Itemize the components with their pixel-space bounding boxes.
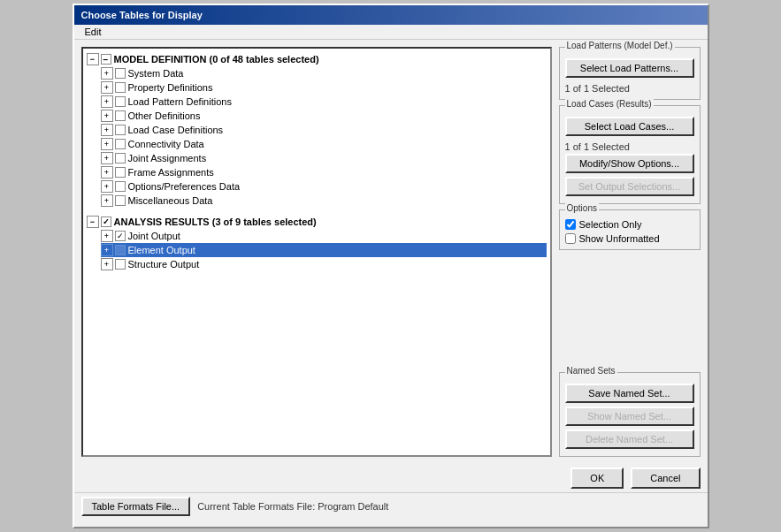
cb-connectivity[interactable] xyxy=(115,139,126,149)
load-patterns-status: 1 of 1 Selected xyxy=(565,81,694,95)
cb-joint-output[interactable] xyxy=(115,231,126,241)
dialog: Choose Tables for Display Edit − MODEL D… xyxy=(73,4,709,528)
named-sets-group: Named Sets Save Named Set... Show Named … xyxy=(559,372,701,457)
load-cases-title: Load Cases (Results) xyxy=(565,99,654,109)
cb-analysis[interactable] xyxy=(101,217,111,227)
label-property: Property Definitions xyxy=(128,82,213,93)
tree-item-system[interactable]: + System Data xyxy=(101,66,547,80)
tree-item-structure-output[interactable]: + Structure Output xyxy=(101,257,547,271)
expander-connectivity[interactable]: + xyxy=(101,138,113,150)
dialog-title: Choose Tables for Display xyxy=(81,10,203,20)
tree-item-connectivity[interactable]: + Connectivity Data xyxy=(101,137,547,151)
label-analysis: ANALYSIS RESULTS (3 of 9 tables selected… xyxy=(114,217,317,227)
tree-item-joint-output[interactable]: + Joint Output xyxy=(101,229,547,243)
select-load-patterns-button[interactable]: Select Load Patterns... xyxy=(565,58,694,78)
label-element-output: Element Output xyxy=(128,245,195,255)
cb-loadpattern[interactable] xyxy=(115,96,126,107)
ok-button[interactable]: OK xyxy=(570,467,624,489)
cb-property[interactable] xyxy=(115,82,126,93)
tree-item-options[interactable]: + Options/Preferences Data xyxy=(101,179,547,194)
cb-system[interactable] xyxy=(115,68,126,79)
expander-misc[interactable]: + xyxy=(101,194,113,207)
main-content: − MODEL DEFINITION (0 of 48 tables selec… xyxy=(74,40,708,464)
named-sets-title: Named Sets xyxy=(565,366,617,376)
current-formats-label: Current Table Formats File: Program Defa… xyxy=(197,501,388,512)
label-joint-output: Joint Output xyxy=(128,231,180,241)
delete-named-set-button[interactable]: Delete Named Set... xyxy=(565,429,694,449)
tree-root-analysis[interactable]: − ANALYSIS RESULTS (3 of 9 tables select… xyxy=(87,215,547,229)
expander-element-output[interactable]: + xyxy=(101,244,113,256)
tree-panel[interactable]: − MODEL DEFINITION (0 of 48 tables selec… xyxy=(81,47,552,457)
load-patterns-group: Load Patterns (Model Def.) Select Load P… xyxy=(559,47,701,100)
selection-only-label: Selection Only xyxy=(579,219,642,230)
model-children: + System Data + Property Definitions + L… xyxy=(101,66,547,208)
expander-joint[interactable]: + xyxy=(101,152,113,164)
cb-options-tree[interactable] xyxy=(115,181,126,192)
tree-item-element-output[interactable]: + Element Output xyxy=(101,243,547,257)
load-cases-group: Load Cases (Results) Select Load Cases..… xyxy=(559,105,701,204)
tree-item-frame[interactable]: + Frame Assignments xyxy=(101,165,547,179)
label-loadcase: Load Case Definitions xyxy=(128,125,224,135)
show-unformatted-checkbox[interactable] xyxy=(565,233,576,244)
cb-frame[interactable] xyxy=(115,167,126,178)
options-title: Options xyxy=(565,203,599,213)
expander-joint-output[interactable]: + xyxy=(101,230,113,242)
label-structure-output: Structure Output xyxy=(128,259,200,270)
menu-edit[interactable]: Edit xyxy=(81,25,105,39)
label-model: MODEL DEFINITION (0 of 48 tables selecte… xyxy=(114,54,319,65)
cb-joint[interactable] xyxy=(115,153,126,163)
label-joint: Joint Assignments xyxy=(128,153,207,163)
label-other: Other Definitions xyxy=(128,110,201,121)
tree-item-misc[interactable]: + Miscellaneous Data xyxy=(101,194,547,208)
expander-loadpattern[interactable]: + xyxy=(101,95,113,108)
options-group: Options Selection Only Show Unformatted xyxy=(559,209,701,250)
modify-show-options-button[interactable]: Modify/Show Options... xyxy=(565,154,694,173)
cb-element-output[interactable] xyxy=(115,245,126,255)
expander-loadcase[interactable]: + xyxy=(101,124,113,136)
load-patterns-title: Load Patterns (Model Def.) xyxy=(565,41,675,50)
show-unformatted-label: Show Unformatted xyxy=(579,233,660,244)
expander-other[interactable]: + xyxy=(101,110,113,122)
tree-item-joint[interactable]: + Joint Assignments xyxy=(101,151,547,165)
label-connectivity: Connectivity Data xyxy=(128,139,204,149)
cancel-button[interactable]: Cancel xyxy=(631,467,700,489)
load-cases-status: 1 of 1 Selected xyxy=(565,140,694,154)
tree-root-model[interactable]: − MODEL DEFINITION (0 of 48 tables selec… xyxy=(87,52,547,66)
cb-model[interactable] xyxy=(101,54,111,65)
expander-structure-output[interactable]: + xyxy=(101,258,113,270)
expander-analysis[interactable]: − xyxy=(87,216,99,228)
expander-property[interactable]: + xyxy=(101,81,113,94)
table-formats-button[interactable]: Table Formats File... xyxy=(81,497,191,516)
cb-loadcase[interactable] xyxy=(115,125,126,135)
set-output-selections-button[interactable]: Set Output Selections... xyxy=(565,177,694,196)
tree-item-loadpattern[interactable]: + Load Pattern Definitions xyxy=(101,95,547,109)
cb-misc[interactable] xyxy=(115,195,126,206)
tree-item-loadcase[interactable]: + Load Case Definitions xyxy=(101,123,547,137)
label-system: System Data xyxy=(128,68,184,79)
label-misc: Miscellaneous Data xyxy=(128,195,213,206)
show-named-set-button[interactable]: Show Named Set... xyxy=(565,407,694,426)
ok-cancel-bar: OK Cancel xyxy=(74,464,708,492)
cb-structure-output[interactable] xyxy=(115,259,126,270)
tree-item-property[interactable]: + Property Definitions xyxy=(101,80,547,95)
expander-model[interactable]: − xyxy=(87,53,99,65)
cb-other[interactable] xyxy=(115,110,126,121)
expander-frame[interactable]: + xyxy=(101,166,113,179)
selection-only-row: Selection Only xyxy=(565,217,694,232)
bottom-bar: Table Formats File... Current Table Form… xyxy=(74,492,708,520)
select-load-cases-button[interactable]: Select Load Cases... xyxy=(565,117,694,136)
show-unformatted-row: Show Unformatted xyxy=(565,232,694,246)
analysis-children: + Joint Output + Element Output + Struct… xyxy=(101,229,547,271)
label-options-tree: Options/Preferences Data xyxy=(128,181,241,192)
save-named-set-button[interactable]: Save Named Set... xyxy=(565,384,694,403)
title-bar: Choose Tables for Display xyxy=(74,5,708,25)
label-frame: Frame Assignments xyxy=(128,167,214,178)
label-loadpattern: Load Pattern Definitions xyxy=(128,96,232,107)
tree-item-other[interactable]: + Other Definitions xyxy=(101,109,547,123)
right-panel: Load Patterns (Model Def.) Select Load P… xyxy=(559,47,701,457)
menu-bar: Edit xyxy=(74,25,708,40)
options-content: Selection Only Show Unformatted xyxy=(565,217,694,246)
selection-only-checkbox[interactable] xyxy=(565,219,576,230)
expander-system[interactable]: + xyxy=(101,67,113,80)
expander-options-tree[interactable]: + xyxy=(101,180,113,193)
